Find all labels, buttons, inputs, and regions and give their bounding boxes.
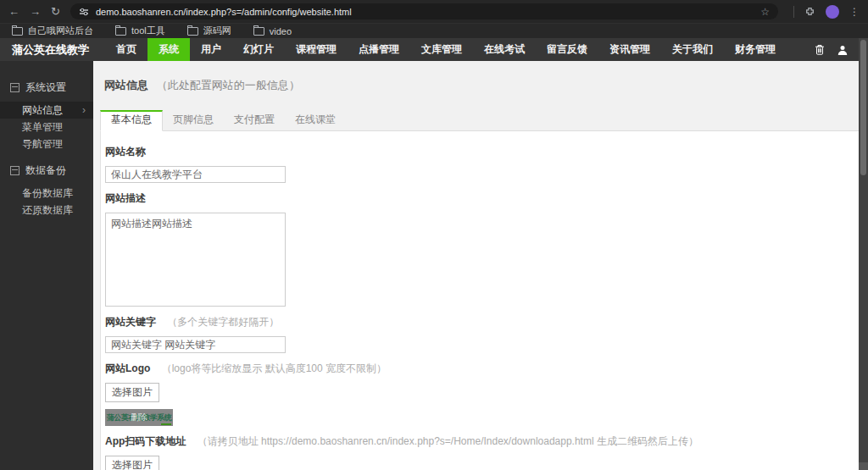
sidebar-item-backup-db[interactable]: 备份数据库 — [0, 185, 93, 202]
page-scrollbar[interactable] — [859, 38, 868, 470]
brand-logo: 蒲公英在线教学 — [0, 38, 105, 61]
sidebar-section-system-settings[interactable]: 系统设置 — [0, 81, 93, 93]
section-title: 系统设置 — [25, 80, 66, 95]
tab-footer-info[interactable]: 页脚信息 — [163, 110, 224, 129]
nav-item-home[interactable]: 首页 — [105, 38, 147, 61]
collapse-icon — [10, 83, 19, 92]
nav-item-slides[interactable]: 幻灯片 — [232, 38, 285, 61]
site-keywords-input[interactable] — [105, 336, 286, 353]
nav-item-feedback[interactable]: 留言反馈 — [536, 38, 598, 61]
nav-item-news[interactable]: 资讯管理 — [598, 38, 661, 61]
field-label-row: 网站描述 — [105, 191, 856, 206]
sidebar-item-label: 网站信息 — [22, 104, 63, 116]
page-header: 网站信息 （此处配置网站的一般信息） — [104, 78, 861, 93]
field-hint: （logo将等比缩放显示 默认高度100 宽度不限制） — [162, 362, 387, 374]
sidebar-section-data-backup[interactable]: 数据备份 — [0, 164, 93, 176]
field-label-row: 网站Logo （logo将等比缩放显示 默认高度100 宽度不限制） — [105, 362, 856, 376]
body-row: 系统设置 网站信息 › 菜单管理 导航管理 数据备份 备份数 — [0, 61, 868, 470]
field-label: 网站关键字 — [105, 316, 156, 328]
nav-item-courses[interactable]: 课程管理 — [285, 38, 348, 61]
url-bar[interactable]: demo.baoshanren.cn/index.php?s=/admin/co… — [70, 3, 778, 19]
logo-thumbnail[interactable]: 蒲公英在线教学系统 删除 — [105, 409, 173, 426]
nav-item-library[interactable]: 文库管理 — [410, 38, 473, 61]
field-label: App扫码下载地址 — [105, 435, 186, 447]
form-panel: 网站名称 网站描述 网站描述网站描述 网站关键字 （多个关键字都好隔开） 网站L… — [100, 131, 861, 470]
site-name-input[interactable] — [105, 166, 286, 183]
bookmark-item[interactable]: tool工具 — [115, 25, 165, 37]
logo-delete-button[interactable]: 删除 — [105, 409, 173, 426]
nav-item-finance[interactable]: 财务管理 — [724, 38, 787, 61]
sidebar-item-nav-mgmt[interactable]: 导航管理 — [0, 135, 93, 152]
browser-menu-icon[interactable]: ⋮ — [849, 6, 860, 18]
toolbar-divider — [793, 6, 794, 18]
back-icon[interactable]: ← — [8, 6, 19, 17]
folder-icon — [253, 27, 264, 36]
sidebar-item-label: 备份数据库 — [22, 187, 73, 199]
field-label: 网站描述 — [105, 192, 146, 204]
browser-chrome: ← → ↻ demo.baoshanren.cn/index.php?s=/ad… — [0, 0, 868, 38]
sidebar-item-website-info[interactable]: 网站信息 › — [0, 102, 93, 119]
folder-icon — [12, 27, 23, 36]
field-label-row: 网站名称 — [105, 145, 856, 159]
bookmarks-bar: 自己哦网站后台 tool工具 源码网 video — [0, 23, 868, 38]
field-hint: （请拷贝地址 https://demo.baoshanren.cn/index.… — [198, 435, 698, 447]
nav-item-system[interactable]: 系统 — [147, 38, 190, 61]
bookmark-star-icon[interactable]: ☆ — [760, 6, 770, 18]
bookmark-label: video — [270, 26, 292, 36]
browser-toolbar: ← → ↻ demo.baoshanren.cn/index.php?s=/ad… — [0, 0, 868, 23]
bookmark-item[interactable]: 源码网 — [187, 25, 231, 37]
app-area: 蒲公英在线教学 首页 系统 用户 幻灯片 课程管理 点播管理 文库管理 在线考试… — [0, 38, 868, 470]
screen: ← → ↻ demo.baoshanren.cn/index.php?s=/ad… — [0, 0, 868, 470]
page-subtitle: （此处配置网站的一般信息） — [157, 79, 300, 91]
main-menu: 首页 系统 用户 幻灯片 课程管理 点播管理 文库管理 在线考试 留言反馈 资讯… — [105, 38, 787, 61]
collapse-icon — [10, 166, 19, 175]
sidebar-item-label: 还原数据库 — [22, 204, 73, 216]
sidebar-item-label: 导航管理 — [22, 138, 63, 150]
bookmark-item[interactable]: video — [253, 26, 292, 36]
extensions-icon[interactable] — [804, 6, 815, 17]
bookmark-label: tool工具 — [131, 25, 165, 37]
bookmark-label: 源码网 — [203, 25, 231, 37]
logo-pick-image-button[interactable]: 选择图片 — [105, 383, 159, 402]
user-icon[interactable] — [837, 45, 848, 55]
sidebar-item-label: 菜单管理 — [22, 121, 63, 133]
page-title: 网站信息 — [104, 79, 148, 91]
section-title: 数据备份 — [25, 163, 66, 178]
field-hint: （多个关键字都好隔开） — [167, 316, 279, 328]
trash-icon[interactable] — [815, 44, 825, 55]
nav-item-about[interactable]: 关于我们 — [661, 38, 724, 61]
url-text: demo.baoshanren.cn/index.php?s=/admin/co… — [96, 7, 352, 17]
sidebar-item-restore-db[interactable]: 还原数据库 — [0, 202, 93, 218]
tab-basic-info[interactable]: 基本信息 — [100, 110, 163, 131]
site-info-icon[interactable] — [79, 7, 89, 17]
site-description-textarea[interactable]: 网站描述网站描述 — [105, 213, 286, 307]
folder-icon — [115, 27, 126, 36]
nav-item-users[interactable]: 用户 — [190, 38, 232, 61]
nav-item-vod[interactable]: 点播管理 — [348, 38, 410, 61]
top-navbar: 蒲公英在线教学 首页 系统 用户 幻灯片 课程管理 点播管理 文库管理 在线考试… — [0, 38, 868, 61]
app-qr-pick-image-button[interactable]: 选择图片 — [105, 456, 159, 470]
scrollbar-corner — [859, 462, 868, 470]
scrollbar-thumb[interactable] — [860, 40, 866, 175]
field-label: 网站Logo — [105, 362, 150, 374]
sidebar-item-menu-mgmt[interactable]: 菜单管理 — [0, 119, 93, 135]
nav-item-exams[interactable]: 在线考试 — [473, 38, 536, 61]
main-content: 网站信息 （此处配置网站的一般信息） 基本信息 页脚信息 支付配置 在线课堂 网… — [93, 61, 868, 470]
bookmark-item[interactable]: 自己哦网站后台 — [12, 25, 93, 37]
tab-online-classroom[interactable]: 在线课堂 — [285, 110, 346, 129]
reload-icon[interactable]: ↻ — [51, 6, 60, 17]
forward-icon[interactable]: → — [30, 6, 41, 17]
sidebar: 系统设置 网站信息 › 菜单管理 导航管理 数据备份 备份数 — [0, 61, 93, 470]
tab-bar: 基本信息 页脚信息 支付配置 在线课堂 — [100, 110, 861, 131]
field-label-row: 网站关键字 （多个关键字都好隔开） — [105, 315, 856, 329]
tab-payment-config[interactable]: 支付配置 — [224, 110, 285, 129]
field-label: 网站名称 — [105, 146, 146, 158]
field-label-row: App扫码下载地址 （请拷贝地址 https://demo.baoshanren… — [105, 434, 856, 449]
chevron-right-icon: › — [82, 102, 86, 119]
bookmark-label: 自己哦网站后台 — [28, 25, 93, 37]
folder-icon — [187, 27, 198, 36]
profile-avatar[interactable] — [826, 5, 839, 19]
